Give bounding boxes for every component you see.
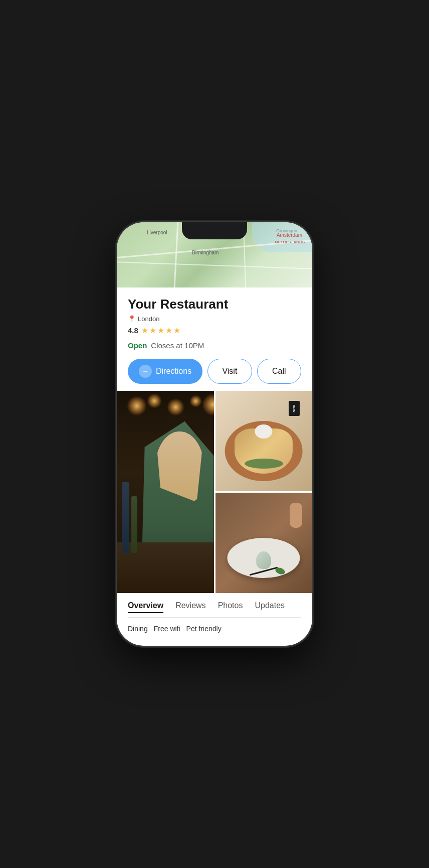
- bottle-2: [131, 496, 137, 553]
- directions-label: Directions: [156, 367, 191, 376]
- map-label-groningen: Groningen: [276, 228, 297, 233]
- location-text: London: [138, 315, 159, 323]
- tab-reviews[interactable]: Reviews: [175, 601, 205, 613]
- map-label-birmingham: Birmingham: [192, 250, 219, 255]
- stars: ★ ★ ★ ★ ★: [141, 326, 180, 335]
- notch: [182, 222, 247, 239]
- amenity-dining: Dining: [128, 625, 148, 633]
- photo-dessert[interactable]: [216, 493, 313, 593]
- call-button[interactable]: Call: [257, 359, 301, 384]
- menu-tag-text: MENU: [293, 405, 296, 412]
- bartender-scene: [117, 391, 214, 593]
- tab-updates[interactable]: Updates: [255, 601, 285, 613]
- photos-grid[interactable]: MENU: [117, 391, 312, 593]
- info-card: Your Restaurant 📍 London 4.8 ★ ★ ★ ★ ★: [117, 287, 312, 384]
- screen-content[interactable]: Liverpool Birmingham Amsterdam NETHERLAN…: [117, 222, 312, 646]
- phone-frame: Liverpool Birmingham Amsterdam NETHERLAN…: [117, 222, 312, 646]
- food-scene: MENU: [216, 391, 313, 491]
- location-row: 📍 London: [128, 315, 301, 323]
- star-4: ★: [165, 326, 172, 335]
- visit-label: Visit: [222, 367, 237, 375]
- location-pin-icon: 📍: [128, 315, 136, 323]
- action-buttons: → Directions Visit Call: [128, 359, 301, 384]
- amenity-wifi: Free wifi: [154, 625, 180, 633]
- tabs-section: Overview Reviews Photos Updates: [117, 593, 312, 618]
- rating-row: 4.8 ★ ★ ★ ★ ★: [128, 326, 301, 335]
- status-row: Open Closes at 10PM: [128, 341, 301, 350]
- photo-food-top[interactable]: MENU: [216, 391, 313, 491]
- map-road-h2: [117, 261, 312, 269]
- tabs-row: Overview Reviews Photos Updates: [128, 593, 301, 618]
- star-2: ★: [149, 326, 156, 335]
- map-label-netherlands: NETHERLANDS: [275, 240, 305, 244]
- restaurant-name: Your Restaurant: [128, 297, 301, 312]
- bottle-1: [122, 482, 129, 553]
- tab-overview[interactable]: Overview: [128, 601, 163, 613]
- star-5: ★: [173, 326, 180, 335]
- call-label: Call: [272, 367, 286, 375]
- map-label-liverpool: Liverpool: [147, 230, 167, 235]
- star-1: ★: [141, 326, 148, 335]
- directions-button[interactable]: → Directions: [128, 359, 202, 384]
- dessert-item: [256, 551, 271, 569]
- map-road-v1: [174, 222, 179, 287]
- rating-number: 4.8: [128, 326, 138, 335]
- tab-photos[interactable]: Photos: [218, 601, 243, 613]
- menu-tag: MENU: [289, 401, 300, 416]
- directions-arrow-icon: →: [139, 365, 152, 378]
- visit-button[interactable]: Visit: [207, 359, 252, 384]
- open-status: Open: [128, 341, 147, 350]
- amenities-section: Dining Free wifi Pet friendly: [117, 618, 312, 640]
- star-3: ★: [157, 326, 164, 335]
- closes-time: Closes at 10PM: [151, 341, 204, 350]
- dessert-scene: [216, 493, 313, 593]
- phone-screen: Liverpool Birmingham Amsterdam NETHERLAN…: [117, 222, 312, 646]
- egg-white: [255, 424, 273, 439]
- amenities-row: Dining Free wifi Pet friendly: [128, 625, 301, 633]
- amenity-pets: Pet friendly: [186, 625, 222, 633]
- photo-bartender[interactable]: [117, 391, 214, 593]
- address-section[interactable]: Your Restaurant, London, United Kingdom: [117, 640, 312, 646]
- hand-icon: [290, 503, 302, 528]
